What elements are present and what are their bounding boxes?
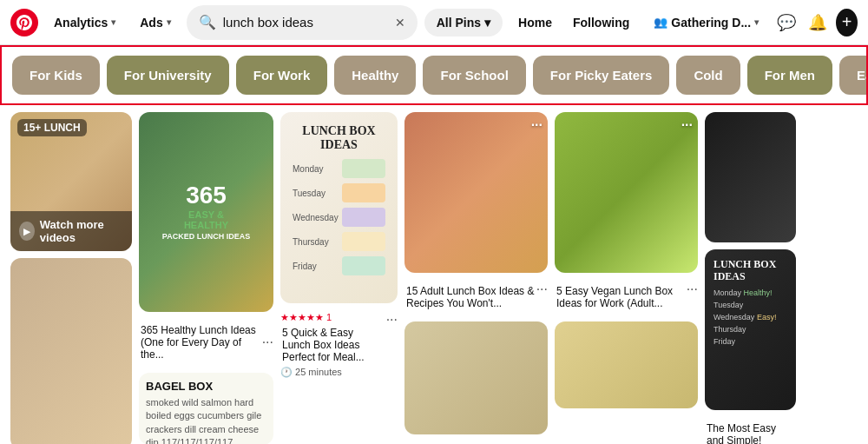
easy-lunch-title: The Most Easy and Simple! LUNCH BOX IDEA… <box>705 419 796 444</box>
filter-for-men[interactable]: For Men <box>747 56 832 95</box>
filter-for-work[interactable]: For Work <box>236 56 328 95</box>
bento-box-card[interactable] <box>404 321 548 434</box>
analytics-arrow-icon: ▾ <box>111 17 115 27</box>
messages-icon[interactable]: 💬 <box>774 7 799 38</box>
filter-healthy[interactable]: Healthy <box>334 56 416 95</box>
quick-easy-info: ★★★★★ 1 5 Quick & Easy Lunch Box Ideas P… <box>280 310 398 380</box>
all-pins-arrow-icon: ▾ <box>484 16 490 30</box>
gathering-people-icon: 👥 <box>654 16 667 29</box>
pinterest-logo[interactable] <box>10 9 38 36</box>
following-link[interactable]: Following <box>564 10 638 35</box>
filter-for-university[interactable]: For University <box>107 56 229 95</box>
watch-more-overlay[interactable]: ▶ Watch more videos <box>10 211 132 251</box>
vegan-lunch-title: 5 Easy Vegan Lunch Box Ideas for Work (A… <box>555 282 687 313</box>
lunch-box-ideas-card-2[interactable]: LUNCH BOXIDEAS Monday Healthy! Tuesday W… <box>705 249 796 410</box>
card3-stars: ★★★★★ 1 <box>280 312 386 323</box>
notifications-icon[interactable]: 🔔 <box>806 7 830 38</box>
filter-for-school[interactable]: For School <box>423 56 525 95</box>
card4-dots-menu[interactable]: ··· <box>531 117 542 133</box>
content-column-1: 15+ LUNCH ▶ Watch more videos <box>10 112 132 444</box>
content-column-5: ··· 5 Easy Vegan Lunch Box Ideas for Wor… <box>555 112 698 444</box>
filter-for-kids[interactable]: For Kids <box>12 56 100 95</box>
content-column-6: LUNCH BOXIDEAS Monday Healthy! Tuesday W… <box>705 112 796 444</box>
home-link[interactable]: Home <box>510 10 561 35</box>
pasta-salad-card[interactable] <box>555 321 698 408</box>
card5-dots-menu[interactable]: ··· <box>681 117 693 133</box>
vegan-lunch-info: 5 Easy Vegan Lunch Box Ideas for Work (A… <box>555 280 698 315</box>
bagel-title: BAGEL BOX <box>146 380 266 393</box>
ads-arrow-icon: ▾ <box>167 17 171 27</box>
filter-easy[interactable]: Easy <box>839 56 868 95</box>
quick-easy-title: 5 Quick & Easy Lunch Box Ideas Perfect f… <box>280 323 386 367</box>
clear-search-icon[interactable]: ✕ <box>395 16 405 30</box>
365-lunches-image[interactable]: 365 EASY &HEALTHY PACKED LUNCH IDEAS <box>139 112 273 312</box>
adult-lunch-title: 15 Adult Lunch Box Ideas & Recipes You W… <box>404 282 536 313</box>
adult-lunch-box-card[interactable]: ··· <box>404 112 548 273</box>
play-icon: ▶ <box>19 222 35 241</box>
main-content: 15+ LUNCH ▶ Watch more videos 365 EASY &… <box>0 105 868 444</box>
lunch-box-ideas-sketch-card[interactable]: LUNCH BOXIDEAS Monday Tuesday Wednesday … <box>280 112 398 303</box>
content-column-4: ··· 15 Adult Lunch Box Ideas & Recipes Y… <box>404 112 548 444</box>
header-links: Home Following <box>510 10 638 35</box>
dark-food-card[interactable] <box>705 112 796 242</box>
card5-info-dots[interactable]: ··· <box>687 282 698 297</box>
easy-lunch-info: The Most Easy and Simple! LUNCH BOX IDEA… <box>705 417 796 444</box>
365-lunches-info: 365 Healthy Lunch Ideas (One for Every D… <box>139 319 273 366</box>
filter-pills-row: For Kids For University For Work Healthy… <box>0 45 868 105</box>
search-icon: 🔍 <box>199 14 216 30</box>
card3-time: 🕐 25 minutes <box>280 367 386 378</box>
card4-info-dots[interactable]: ··· <box>536 282 548 297</box>
vegan-lunch-card[interactable]: ··· <box>555 112 698 273</box>
card2-dots-menu[interactable]: ··· <box>262 335 273 350</box>
sandwich-card[interactable] <box>10 258 132 444</box>
ads-nav[interactable]: Ads ▾ <box>131 10 179 35</box>
all-pins-dropdown[interactable]: All Pins ▾ <box>424 9 503 36</box>
365-lunches-title: 365 Healthy Lunch Ideas (One for Every D… <box>139 321 262 364</box>
content-column-2: 365 EASY &HEALTHY PACKED LUNCH IDEAS 365… <box>139 112 273 444</box>
card3-dots-menu[interactable]: ··· <box>386 312 398 328</box>
add-button[interactable]: + <box>836 9 858 36</box>
video-card[interactable]: 15+ LUNCH ▶ Watch more videos <box>10 112 132 251</box>
analytics-nav[interactable]: Analytics ▾ <box>45 10 124 35</box>
clock-icon: 🕐 <box>280 367 293 377</box>
filter-cold[interactable]: Cold <box>676 56 740 95</box>
gathering-arrow-icon: ▾ <box>754 17 759 27</box>
search-bar[interactable]: 🔍 ✕ <box>187 5 418 40</box>
bagel-text: smoked wild salmon hard boiled eggs cucu… <box>146 396 266 444</box>
video-count-badge: 15+ LUNCH <box>17 119 87 136</box>
header: Analytics ▾ Ads ▾ 🔍 ✕ All Pins ▾ Home Fo… <box>0 0 868 45</box>
adult-lunch-info: 15 Adult Lunch Box Ideas & Recipes You W… <box>404 280 548 315</box>
bagel-box-card[interactable]: BAGEL BOX smoked wild salmon hard boiled… <box>139 373 273 444</box>
search-input[interactable] <box>223 15 388 30</box>
filter-for-picky-eaters[interactable]: For Picky Eaters <box>533 56 670 95</box>
gathering-dropdown[interactable]: 👥 Gathering D... ▾ <box>645 10 767 35</box>
content-column-3: LUNCH BOXIDEAS Monday Tuesday Wednesday … <box>280 112 398 444</box>
